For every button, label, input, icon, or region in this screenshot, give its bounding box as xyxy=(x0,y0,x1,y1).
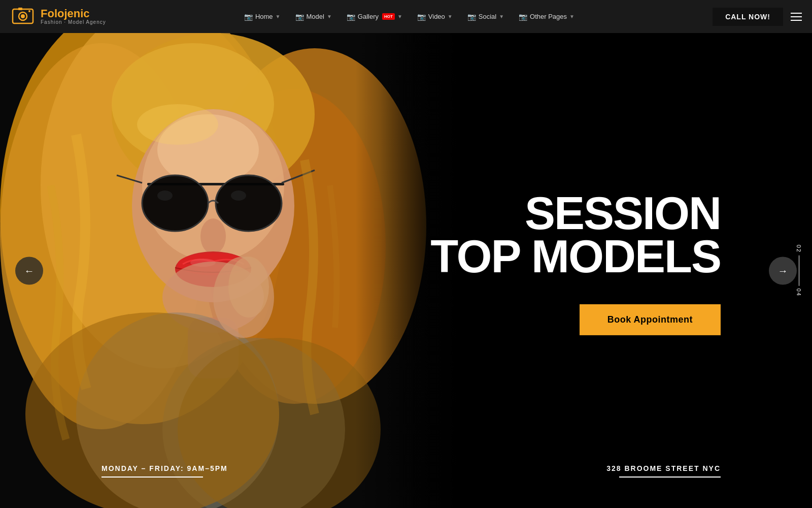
nav-social[interactable]: 📷 Social ▼ xyxy=(461,9,510,25)
svg-rect-3 xyxy=(18,8,22,10)
svg-point-26 xyxy=(200,218,226,254)
hero-hours-section: MONDAY – FRIDAY: 9AM–5PM xyxy=(101,464,228,478)
prev-slide-button[interactable]: ← xyxy=(15,257,43,284)
dropdown-arrow-gallery: ▼ xyxy=(397,14,402,19)
camera-icon-gallery: 📷 xyxy=(347,13,355,21)
hero-address-section: 328 BROOME STREET NYC xyxy=(606,464,721,478)
nav-other[interactable]: 📷 Other Pages ▼ xyxy=(513,9,581,25)
hot-badge: HOT xyxy=(382,13,395,20)
svg-point-25 xyxy=(231,190,246,201)
slide-num-04: 04 xyxy=(796,289,802,297)
hero-hours-text: MONDAY – FRIDAY: 9AM–5PM xyxy=(101,464,228,472)
logo-subtitle: Fashion · Model Agency xyxy=(41,19,106,25)
next-slide-button[interactable]: → xyxy=(769,257,797,284)
dropdown-arrow-other: ▼ xyxy=(569,14,574,19)
svg-point-24 xyxy=(157,190,173,201)
slide-indicators: 02 04 xyxy=(796,244,802,297)
hero-title: SESSION TOP MODELS xyxy=(430,192,721,278)
hamburger-menu[interactable] xyxy=(791,13,802,21)
call-now-button[interactable]: CALL NOW! xyxy=(713,8,783,26)
hero-hours-line xyxy=(101,477,203,478)
hero-content: SESSION TOP MODELS Book Appointment xyxy=(430,192,721,335)
navbar: Folojenic Fashion · Model Agency 📷 Home … xyxy=(0,0,812,33)
dropdown-arrow-video: ▼ xyxy=(448,14,453,19)
nav-right: CALL NOW! xyxy=(713,8,802,26)
hero-address-text: 328 BROOME STREET NYC xyxy=(606,464,721,472)
logo[interactable]: Folojenic Fashion · Model Agency xyxy=(10,4,106,29)
hero-address-line xyxy=(619,477,721,478)
dropdown-arrow-social: ▼ xyxy=(499,14,504,19)
svg-point-35 xyxy=(228,257,269,318)
logo-icon xyxy=(10,4,36,29)
svg-point-5 xyxy=(28,10,30,12)
book-appointment-button[interactable]: Book Appointment xyxy=(580,304,721,335)
svg-point-4 xyxy=(21,14,25,18)
camera-icon-social: 📷 xyxy=(467,13,476,21)
slide-num-02: 02 xyxy=(796,244,802,252)
logo-text: Folojenic Fashion · Model Agency xyxy=(41,8,106,25)
camera-icon-model: 📷 xyxy=(295,13,304,21)
indicator-line xyxy=(799,256,799,286)
nav-home[interactable]: 📷 Home ▼ xyxy=(238,9,287,25)
svg-point-36 xyxy=(137,104,218,145)
nav-gallery[interactable]: 📷 Gallery HOT ▼ xyxy=(341,9,409,25)
camera-icon-video: 📷 xyxy=(417,13,426,21)
hero-section: ← → SESSION TOP MODELS Book Appointment … xyxy=(0,33,812,508)
dropdown-arrow-model: ▼ xyxy=(327,14,332,19)
nav-video[interactable]: 📷 Video ▼ xyxy=(411,9,459,25)
camera-icon-other: 📷 xyxy=(519,13,527,21)
logo-title: Folojenic xyxy=(41,8,106,19)
camera-icon-home: 📷 xyxy=(244,13,253,21)
dropdown-arrow-home: ▼ xyxy=(276,14,281,19)
nav-model[interactable]: 📷 Model ▼ xyxy=(289,9,338,25)
nav-links: 📷 Home ▼ 📷 Model ▼ 📷 Gallery HOT ▼ 📷 Vid… xyxy=(238,9,581,25)
